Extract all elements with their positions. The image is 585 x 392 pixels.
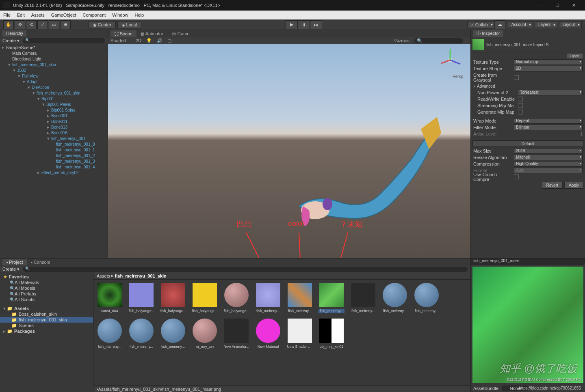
cloud-button[interactable]: ☁: [495, 20, 505, 29]
collab-dropdown[interactable]: ✓ Collab: [467, 21, 495, 28]
asset-item[interactable]: obj_mry_xin01: [318, 319, 344, 349]
hierarchy-tab[interactable]: Hierarchy: [2, 30, 26, 37]
asset-item[interactable]: fish_meireny...: [160, 319, 186, 349]
hierarchy-item[interactable]: ▸effect_prefab_mry02: [0, 170, 108, 175]
hierarchy-item[interactable]: fish_meirenyu_001_0: [0, 141, 108, 147]
pause-button[interactable]: ⏸: [298, 20, 310, 29]
scene-search-input[interactable]: 🔍: [414, 38, 463, 43]
scale-tool-button[interactable]: ⤢: [37, 20, 48, 29]
texture-shape-dropdown[interactable]: 2D: [514, 66, 583, 71]
hierarchy-item[interactable]: ▾Adapt: [0, 79, 108, 84]
menu-window[interactable]: Window: [112, 13, 128, 17]
pivot-local-button[interactable]: ◈ Local: [117, 21, 141, 28]
asset-item[interactable]: fish_haiyangz...: [223, 283, 249, 313]
play-button[interactable]: ▶: [286, 20, 298, 29]
asset-item[interactable]: fish_meireny...: [350, 283, 376, 313]
menu-edit[interactable]: Edit: [17, 13, 25, 17]
resize-dropdown[interactable]: Mitchell: [514, 155, 583, 160]
project-create-button[interactable]: Create ▾: [2, 267, 20, 272]
open-button[interactable]: Open: [567, 54, 583, 58]
tab-scene[interactable]: ⛶ Scene: [110, 30, 136, 37]
revert-button[interactable]: Revert: [542, 182, 563, 189]
persp-label[interactable]: Persp: [453, 74, 463, 79]
close-button[interactable]: ✕: [566, 0, 582, 11]
hierarchy-item[interactable]: ▸Bone016: [0, 130, 108, 136]
asset-item[interactable]: fish_meireny...: [382, 283, 408, 313]
maximize-button[interactable]: ☐: [549, 0, 566, 11]
rect-tool-button[interactable]: ▭: [49, 20, 59, 29]
hand-tool-button[interactable]: ✋: [3, 20, 14, 29]
hierarchy-item[interactable]: ▾Bip001 Pelvis: [0, 101, 108, 107]
move-tool-button[interactable]: ✥: [15, 20, 25, 29]
hierarchy-item[interactable]: fish_meirenyu_001_3: [0, 158, 108, 164]
hierarchy-item[interactable]: ▾Bip001: [0, 96, 108, 101]
hierarchy-item[interactable]: ▾fish_meirenyu_001_skin: [0, 90, 108, 96]
readwrite-checkbox[interactable]: [518, 97, 523, 101]
hierarchy-item[interactable]: ▸Bone013: [0, 124, 108, 130]
asset-item[interactable]: New Shader G...: [287, 319, 313, 349]
hierarchy-item[interactable]: fish_meirenyu_001_2: [0, 153, 108, 158]
tab-game[interactable]: 🎮 Game: [167, 30, 194, 37]
menu-file[interactable]: File: [3, 13, 11, 17]
asset-item[interactable]: New Animator...: [223, 319, 249, 349]
folder-boss-caishen[interactable]: 📁Boss_caishen_skin: [0, 311, 93, 317]
max-size-dropdown[interactable]: 2048: [514, 148, 583, 154]
mode-2d-toggle[interactable]: 2D: [136, 38, 141, 43]
asset-item[interactable]: New Material: [255, 319, 281, 349]
layers-dropdown[interactable]: Layers: [535, 21, 557, 28]
menu-help[interactable]: Help: [134, 13, 144, 17]
hierarchy-item[interactable]: ▸Bone001: [0, 113, 108, 118]
hierarchy-item[interactable]: ▸Bip001 Spine: [0, 107, 108, 113]
hierarchy-create-button[interactable]: Create ▾: [2, 38, 20, 43]
project-search-input[interactable]: 🔍: [23, 267, 468, 272]
hierarchy-item[interactable]: ▾1502: [0, 67, 108, 73]
tab-console[interactable]: ▪ Console: [27, 259, 54, 265]
advanced-foldout[interactable]: Advanced: [471, 83, 585, 89]
asset-item[interactable]: fish_haiyangz...: [160, 283, 186, 313]
hierarchy-item[interactable]: ▾DieAction: [0, 84, 108, 90]
hierarchy-item[interactable]: fish_meirenyu_001_1: [0, 147, 108, 153]
audio-toggle[interactable]: 🔊: [157, 38, 162, 43]
folder-scenes[interactable]: 📁Scenes: [0, 323, 93, 328]
scene-viewport[interactable]: y Persp 凹凸 color ？未知: [108, 44, 470, 258]
menu-component[interactable]: Component: [82, 13, 106, 17]
asset-item[interactable]: fish_meireny...: [287, 283, 313, 313]
project-folder-tree[interactable]: ★Favorites 🔍 All Materials 🔍 All Models …: [0, 272, 93, 392]
hierarchy-item[interactable]: ▾FishView: [0, 73, 108, 79]
asset-grid[interactable]: caust_004fish_haiyangz...fish_haiyangz..…: [93, 280, 470, 386]
asset-item[interactable]: fish_haiyangz...: [192, 283, 218, 313]
tab-project[interactable]: ▪ Project: [2, 259, 27, 265]
fav-all-scripts[interactable]: 🔍 All Scripts: [0, 297, 93, 302]
packages-folder[interactable]: ▸ 📁Packages: [0, 328, 93, 334]
asset-item[interactable]: caust_004: [97, 283, 123, 313]
lighting-toggle[interactable]: 💡: [146, 38, 152, 43]
filter-mode-dropdown[interactable]: Bilinear: [514, 125, 583, 130]
npot-dropdown[interactable]: ToNearest: [518, 90, 583, 95]
asset-item[interactable]: fish_meireny...: [128, 319, 154, 349]
asset-item[interactable]: fish_meireny...: [318, 283, 344, 313]
apply-button[interactable]: Apply: [564, 182, 583, 189]
mipmap-checkbox[interactable]: [518, 110, 523, 114]
hierarchy-item[interactable]: Main Camera: [0, 50, 108, 56]
fx-toggle[interactable]: ▢: [167, 38, 171, 43]
hierarchy-item[interactable]: Directional Light: [0, 56, 108, 62]
assets-folder[interactable]: ▾ 📁Assets: [0, 306, 93, 311]
favorites-header[interactable]: ★Favorites: [0, 274, 93, 280]
compression-dropdown[interactable]: High Quality: [514, 161, 583, 167]
asset-item[interactable]: m_mry_xin: [192, 319, 218, 349]
inspector-tab[interactable]: ⓘ Inspector: [473, 30, 503, 37]
hierarchy-item[interactable]: fish_meirenyu_001_4: [0, 164, 108, 170]
minimize-button[interactable]: —: [533, 0, 549, 11]
tab-animator[interactable]: ▦ Animator: [136, 30, 167, 37]
asset-item[interactable]: fish_meireny...: [414, 283, 440, 313]
menu-assets[interactable]: Assets: [31, 13, 45, 17]
scene-gizmo[interactable]: y: [438, 48, 462, 72]
fav-all-materials[interactable]: 🔍 All Materials: [0, 280, 93, 285]
texture-type-dropdown[interactable]: Normal map: [514, 59, 583, 65]
gizmos-dropdown[interactable]: Gizmos: [394, 38, 410, 43]
asset-item[interactable]: fish_haiyangz...: [128, 283, 154, 313]
hierarchy-search-input[interactable]: 🔍: [23, 38, 105, 43]
wrap-mode-dropdown[interactable]: Repeat: [514, 118, 583, 124]
rotate-tool-button[interactable]: ⟲: [26, 20, 37, 29]
step-button[interactable]: ⏭: [310, 20, 322, 29]
